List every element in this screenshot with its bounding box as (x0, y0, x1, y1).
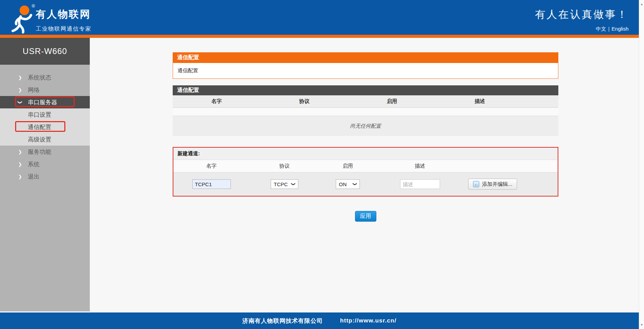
footer: 济南有人物联网技术有限公司 http://www.usr.cn/ (0, 312, 639, 329)
scroll-up-icon[interactable]: ▲ (639, 1, 644, 7)
page-header-panel: 通信配置 通信配置 (173, 52, 558, 79)
sidebar: USR-W660 ❯ 系统状态 ❯ 网络 ❯ 串口服务器 串口设置 通信配置 高… (0, 38, 90, 311)
column-header-protocol: 协议 (260, 98, 348, 105)
empty-state-message: 尚无任何配置 (173, 116, 558, 136)
sidebar-item-label: 系统 (28, 160, 40, 168)
apply-button[interactable]: 应用 (355, 211, 376, 222)
scroll-down-icon[interactable]: ▼ (639, 322, 644, 328)
channel-description-input[interactable] (400, 179, 440, 189)
select-arrow-icon: ❯ (353, 182, 357, 186)
comm-config-table: 通信配置 名字 协议 启用 描述 尚无任何配置 (173, 85, 558, 136)
content-column: 通信配置 通信配置 通信配置 名字 协议 启用 描述 尚无任何配置 新建通道: … (173, 52, 558, 222)
lang-english-link[interactable]: English (612, 26, 629, 32)
page-title: 通信配置 (173, 52, 558, 63)
column-header-name: 名字 (173, 98, 260, 105)
lang-separator: | (608, 26, 610, 32)
sidebar-item-label: 通信配置 (28, 123, 51, 131)
column-header-description: 描述 (436, 98, 524, 105)
usr-logo: ® (8, 2, 36, 34)
new-channel-title: 新建通道: (173, 148, 558, 160)
sidebar-item-label: 服务功能 (28, 148, 51, 156)
table-spacer-row (173, 108, 558, 116)
select-arrow-icon: ❯ (291, 182, 296, 186)
top-header: ® 有人物联网 工业物联网通信专家 有人在认真做事！ 中文|English (0, 0, 639, 35)
sidebar-item-label: 退出 (28, 173, 40, 181)
column-header-protocol: 协议 (249, 163, 319, 169)
column-header-enable: 启用 (319, 163, 376, 169)
new-channel-input-row: TCPC ❯ ON ❯ ← 添加并编辑... (173, 172, 558, 196)
chevron-right-icon: ❯ (18, 150, 22, 154)
brand-subtitle: 工业物联网通信专家 (36, 25, 92, 33)
sidebar-item-serial-server[interactable]: ❯ 串口服务器 (0, 96, 90, 108)
chevron-right-icon: ❯ (18, 88, 22, 92)
orange-accent-line (0, 35, 639, 38)
vertical-scrollbar[interactable]: ▲ ▼ (639, 0, 644, 329)
sidebar-item-advanced-settings[interactable]: 高级设置 (0, 133, 90, 146)
add-and-edit-button[interactable]: ← 添加并编辑... (468, 179, 517, 190)
new-channel-section: 新建通道: 名字 协议 启用 描述 TCPC ❯ (173, 147, 558, 197)
sidebar-item-system-status[interactable]: ❯ 系统状态 (0, 71, 90, 84)
protocol-select-value: TCPC (274, 181, 288, 187)
chevron-right-icon: ❯ (18, 174, 22, 179)
apply-button-row: 应用 (173, 211, 558, 222)
name-cell (173, 179, 249, 189)
add-button-cell: ← 添加并编辑... (463, 179, 558, 190)
column-header-description: 描述 (376, 163, 464, 169)
enable-cell: ON ❯ (319, 179, 376, 189)
channel-name-input[interactable] (192, 179, 231, 189)
header-right: 有人在认真做事！ 中文|English (535, 8, 629, 32)
sidebar-item-label: 网络 (28, 86, 40, 94)
usr-logo-figure: ® (8, 2, 36, 34)
column-header-enable: 启用 (348, 98, 436, 105)
comm-config-table-title: 通信配置 (173, 85, 558, 95)
column-header-name: 名字 (173, 163, 249, 169)
language-switcher: 中文|English (535, 26, 629, 32)
sidebar-item-label: 串口服务器 (28, 98, 57, 106)
device-title: USR-W660 (0, 38, 90, 65)
add-edit-icon: ← (473, 181, 479, 187)
sidebar-item-logout[interactable]: ❯ 退出 (0, 170, 90, 183)
sidebar-item-network[interactable]: ❯ 网络 (0, 84, 90, 96)
add-and-edit-button-label: 添加并编辑... (482, 181, 512, 188)
sidebar-item-comm-config[interactable]: 通信配置 (0, 121, 90, 133)
protocol-select[interactable]: TCPC ❯ (271, 179, 298, 189)
enable-select-value: ON (339, 181, 347, 187)
sidebar-item-system[interactable]: ❯ 系统 (0, 158, 90, 170)
page-subtitle: 通信配置 (173, 63, 558, 79)
footer-site-link[interactable]: http://www.usr.cn/ (340, 317, 397, 324)
registered-mark: ® (32, 3, 35, 9)
chevron-right-icon: ❯ (18, 162, 22, 167)
lang-chinese-link[interactable]: 中文 (596, 26, 606, 32)
chevron-right-icon: ❯ (18, 75, 22, 80)
sidebar-nav: ❯ 系统状态 ❯ 网络 ❯ 串口服务器 串口设置 通信配置 高级设置 ❯ (0, 65, 90, 183)
footer-company: 济南有人物联网技术有限公司 (243, 317, 323, 325)
slogan-text: 有人在认真做事！ (535, 8, 629, 22)
enable-select[interactable]: ON ❯ (336, 179, 360, 189)
main-content: 通信配置 通信配置 通信配置 名字 协议 启用 描述 尚无任何配置 新建通道: … (90, 38, 639, 312)
sidebar-submenu-serial-server: 串口设置 通信配置 高级设置 (0, 108, 90, 146)
sidebar-item-label: 串口设置 (28, 111, 51, 119)
sidebar-item-serial-settings[interactable]: 串口设置 (0, 108, 90, 121)
comm-config-table-header-row: 名字 协议 启用 描述 (173, 95, 558, 108)
brand-title: 有人物联网 (36, 8, 92, 21)
new-channel-header-row: 名字 协议 启用 描述 (173, 160, 558, 172)
sidebar-item-label: 高级设置 (28, 136, 51, 144)
description-cell (376, 179, 464, 189)
sidebar-item-label: 系统状态 (28, 74, 51, 82)
brand-block: 有人物联网 工业物联网通信专家 (36, 8, 92, 33)
sidebar-item-service-functions[interactable]: ❯ 服务功能 (0, 146, 90, 158)
protocol-cell: TCPC ❯ (249, 179, 319, 189)
chevron-down-icon: ❯ (18, 100, 22, 104)
